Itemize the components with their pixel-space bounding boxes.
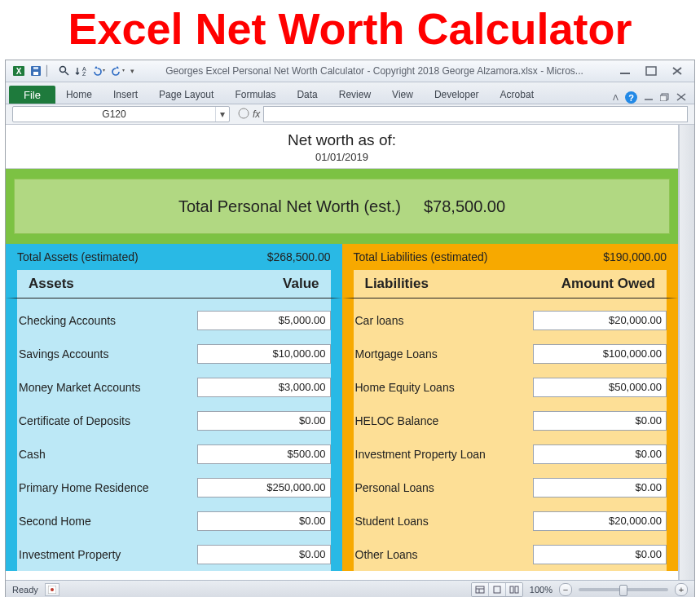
asset-item-value-cell[interactable]: $250,000.00 xyxy=(197,478,331,498)
asset-item-label[interactable]: Savings Accounts xyxy=(19,347,197,360)
liability-item-value-cell[interactable]: $100,000.00 xyxy=(533,344,667,364)
liability-item-value-cell[interactable]: $0.00 xyxy=(533,478,667,498)
tab-insert[interactable]: Insert xyxy=(103,86,148,104)
asset-item-row: Investment Property$0.00 xyxy=(17,537,331,571)
liability-item-label[interactable]: Car loans xyxy=(355,314,534,327)
macro-record-icon[interactable] xyxy=(45,583,59,596)
excel-icon: X xyxy=(12,64,25,77)
file-tab[interactable]: File xyxy=(9,86,55,104)
normal-view-button[interactable] xyxy=(472,583,489,596)
asset-item-value-cell[interactable]: $5,000.00 xyxy=(197,311,331,330)
name-box-value: G120 xyxy=(13,108,215,120)
zoom-out-button[interactable]: − xyxy=(559,583,572,596)
zoom-level[interactable]: 100% xyxy=(530,585,553,595)
workbook-close-icon[interactable] xyxy=(676,92,686,104)
tab-acrobat[interactable]: Acrobat xyxy=(490,86,544,104)
tab-formulas[interactable]: Formulas xyxy=(224,86,286,104)
ribbon-minimize-icon[interactable]: ᐱ xyxy=(613,93,619,102)
tab-review[interactable]: Review xyxy=(328,86,381,104)
svg-rect-21 xyxy=(510,586,513,593)
find-icon[interactable] xyxy=(59,65,70,77)
close-button[interactable] xyxy=(670,65,685,77)
asset-item-label[interactable]: Certificate of Deposits xyxy=(19,414,197,427)
qat-customize-icon[interactable]: ▾ xyxy=(130,67,134,75)
liability-item-row: HELOC Balance$0.00 xyxy=(354,404,667,437)
asset-item-value-cell[interactable]: $0.00 xyxy=(197,411,331,431)
liability-item-label[interactable]: HELOC Balance xyxy=(355,414,534,427)
asset-item-label[interactable]: Primary Home Residence xyxy=(19,481,197,494)
liability-item-value-cell[interactable]: $0.00 xyxy=(533,411,667,431)
fx-label: fx xyxy=(253,108,260,120)
view-buttons xyxy=(471,582,523,597)
liability-item-value-cell[interactable]: $20,000.00 xyxy=(533,311,667,330)
total-assets-label: Total Assets (estimated) xyxy=(17,250,139,263)
liabilities-header: Liabilities xyxy=(365,276,429,292)
asset-item-value-cell[interactable]: $0.00 xyxy=(197,545,331,564)
asset-item-label[interactable]: Checking Accounts xyxy=(19,314,197,327)
svg-rect-4 xyxy=(33,67,38,69)
asset-item-label[interactable]: Second Home xyxy=(19,515,197,528)
tab-view[interactable]: View xyxy=(381,86,424,104)
ribbon: File Home Insert Page Layout Formulas Da… xyxy=(6,82,694,104)
asset-item-value-cell[interactable]: $10,000.00 xyxy=(197,344,331,364)
worksheet-area: Net worth as of: 01/01/2019 Total Person… xyxy=(6,125,694,580)
liability-item-row: Investment Property Loan$0.00 xyxy=(354,437,667,471)
svg-rect-13 xyxy=(660,95,667,101)
undo-icon[interactable] xyxy=(91,65,106,77)
asset-item-row: Primary Home Residence$250,000.00 xyxy=(17,471,331,504)
liability-item-label[interactable]: Student Loans xyxy=(355,515,534,528)
asset-item-row: Savings Accounts$10,000.00 xyxy=(17,337,331,370)
insert-function-icon[interactable] xyxy=(238,108,249,122)
liability-item-label[interactable]: Home Equity Loans xyxy=(355,381,534,394)
zoom-slider[interactable] xyxy=(579,588,668,591)
liabilities-value-header: Amount Owed xyxy=(561,276,655,292)
page-layout-view-button[interactable] xyxy=(489,583,506,596)
status-ready: Ready xyxy=(12,585,38,595)
name-box[interactable]: G120 ▾ xyxy=(12,106,230,122)
asset-item-value-cell[interactable]: $0.00 xyxy=(197,511,331,531)
liability-item-label[interactable]: Mortgage Loans xyxy=(355,347,534,360)
vertical-scrollbar[interactable] xyxy=(679,125,694,580)
help-icon[interactable]: ? xyxy=(625,91,637,104)
liability-item-label[interactable]: Other Loans xyxy=(355,548,534,561)
liability-item-value-cell[interactable]: $20,000.00 xyxy=(533,511,667,531)
tab-developer[interactable]: Developer xyxy=(424,86,490,104)
sort-icon[interactable]: AZ xyxy=(75,65,86,77)
asset-item-value-cell[interactable]: $3,000.00 xyxy=(197,378,331,397)
asset-item-label[interactable]: Money Market Accounts xyxy=(19,381,197,394)
maximize-button[interactable] xyxy=(644,65,658,77)
page-break-view-button[interactable] xyxy=(506,583,522,596)
asset-item-value-cell[interactable]: $500.00 xyxy=(197,444,331,464)
minimize-button[interactable] xyxy=(618,65,632,77)
liability-item-row: Home Equity Loans$50,000.00 xyxy=(354,370,667,404)
tab-page-layout[interactable]: Page Layout xyxy=(148,86,224,104)
svg-point-16 xyxy=(51,588,54,591)
svg-text:X: X xyxy=(16,67,22,76)
name-box-dropdown-icon[interactable]: ▾ xyxy=(215,107,229,122)
svg-text:Z: Z xyxy=(82,71,86,77)
liability-item-row: Student Loans$20,000.00 xyxy=(354,504,667,537)
net-worth-date[interactable]: 01/01/2019 xyxy=(6,151,678,163)
liability-item-label[interactable]: Personal Loans xyxy=(355,481,534,494)
redo-icon[interactable] xyxy=(111,65,125,77)
formula-bar[interactable] xyxy=(263,106,688,122)
save-icon[interactable] xyxy=(30,65,42,77)
svg-rect-22 xyxy=(515,586,518,593)
liability-item-row: Personal Loans$0.00 xyxy=(354,471,667,504)
zoom-in-button[interactable]: + xyxy=(675,583,688,596)
asset-item-label[interactable]: Investment Property xyxy=(19,548,197,561)
liability-item-value-cell[interactable]: $0.00 xyxy=(533,545,667,564)
workbook-minimize-icon[interactable] xyxy=(644,92,654,104)
workbook-restore-icon[interactable] xyxy=(660,92,670,104)
zoom-slider-thumb[interactable] xyxy=(619,585,627,596)
liability-item-value-cell[interactable]: $0.00 xyxy=(533,444,667,464)
liability-item-label[interactable]: Investment Property Loan xyxy=(355,448,534,461)
tab-data[interactable]: Data xyxy=(286,86,328,104)
total-liabilities-label: Total Liabilities (estimated) xyxy=(354,250,488,263)
liability-item-value-cell[interactable]: $50,000.00 xyxy=(533,378,667,397)
status-bar: Ready 100% − + xyxy=(6,580,694,597)
assets-header: Assets xyxy=(29,276,74,292)
asset-item-label[interactable]: Cash xyxy=(19,448,197,461)
tab-home[interactable]: Home xyxy=(55,86,103,104)
liability-item-row: Mortgage Loans$100,000.00 xyxy=(354,337,667,370)
